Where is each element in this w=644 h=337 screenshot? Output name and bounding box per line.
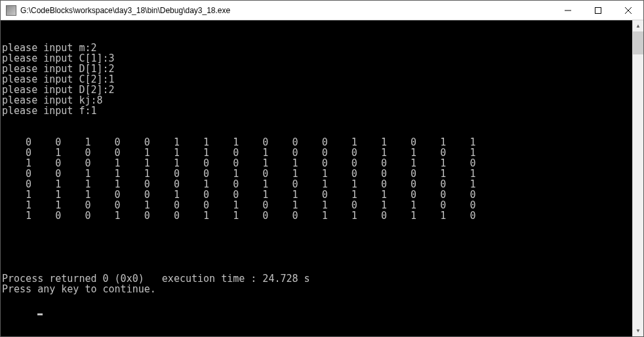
console-line: please input D[1]:2 [2, 64, 632, 74]
minimize-icon [565, 7, 571, 14]
scroll-up-button[interactable]: ▲ [633, 20, 643, 31]
scroll-down-button[interactable]: ▼ [633, 325, 643, 336]
matrix-row: 1 1 1 0 0 1 0 0 1 1 0 1 1 0 0 0 [2, 189, 632, 200]
maximize-button[interactable] [583, 1, 613, 20]
matrix-row: 1 1 0 0 1 0 0 1 0 1 1 0 1 1 0 0 [2, 200, 632, 210]
console-line: please input D[2]:2 [2, 85, 632, 95]
scroll-track[interactable] [633, 31, 643, 325]
output-matrix: 0 0 1 0 0 1 1 1 0 0 0 1 1 0 1 1 0 1 0 0 … [2, 137, 632, 221]
titlebar[interactable]: G:\CodeBlocks\workspace\day3_18\bin\Debu… [1, 1, 643, 20]
console-line: Process returned 0 (0x0) execution time … [2, 273, 632, 284]
maximize-icon [595, 7, 601, 14]
scroll-down-icon: ▼ [635, 328, 641, 334]
vertical-scrollbar[interactable]: ▲ ▼ [632, 20, 643, 336]
client-area: please input m:2please input C[1]:3pleas… [1, 20, 643, 336]
matrix-row: 0 1 1 1 0 0 1 0 1 0 1 1 0 0 0 1 [2, 179, 632, 189]
console-line: Press any key to continue. [2, 284, 632, 294]
console-line: please input C[2]:1 [2, 74, 632, 85]
window-title: G:\CodeBlocks\workspace\day3_18\bin\Debu… [20, 6, 553, 15]
window-controls [553, 1, 643, 20]
scroll-up-icon: ▲ [635, 23, 641, 29]
close-icon [625, 7, 632, 14]
console-output[interactable]: please input m:2please input C[1]:3pleas… [1, 20, 632, 336]
console-line: please input C[1]:3 [2, 53, 632, 64]
matrix-row: 1 0 0 1 0 0 1 1 0 0 1 1 0 1 1 0 [2, 210, 632, 221]
app-icon [6, 5, 16, 16]
matrix-row: 0 1 0 0 1 1 1 0 1 0 0 0 1 1 0 1 [2, 148, 632, 158]
svg-rect-1 [595, 7, 601, 13]
console-line: please input f:1 [2, 106, 632, 116]
matrix-row: 0 0 1 0 0 1 1 1 0 0 0 1 1 0 1 1 [2, 137, 632, 148]
process-footer: Process returned 0 (0x0) execution time … [2, 273, 632, 294]
console-line: please input m:2 [2, 43, 632, 53]
scroll-thumb[interactable] [633, 31, 643, 54]
blank-line [2, 242, 632, 252]
minimize-button[interactable] [553, 1, 583, 20]
matrix-row: 0 0 1 1 1 0 0 1 0 1 1 0 0 0 1 1 [2, 168, 632, 179]
console-line: please input kj:8 [2, 95, 632, 106]
console-window: G:\CodeBlocks\workspace\day3_18\bin\Debu… [0, 0, 644, 337]
input-prompts: please input m:2please input C[1]:3pleas… [2, 43, 632, 116]
text-cursor [37, 313, 43, 315]
close-button[interactable] [613, 1, 643, 20]
matrix-row: 1 0 0 1 1 1 0 0 1 1 0 0 0 1 1 0 [2, 158, 632, 168]
